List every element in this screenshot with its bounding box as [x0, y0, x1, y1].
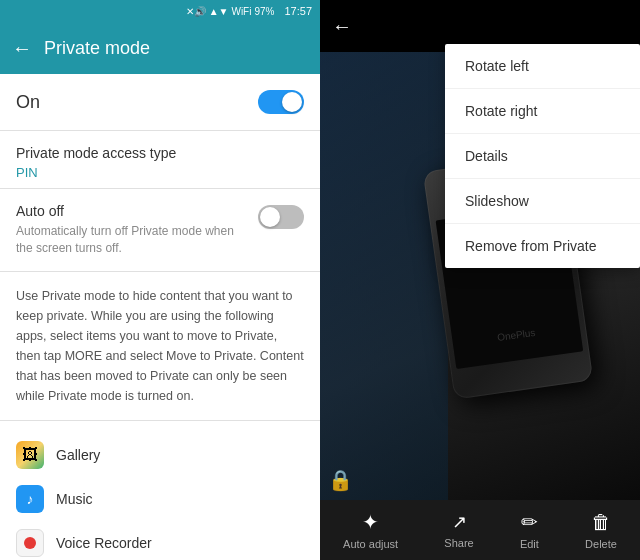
music-label: Music — [56, 491, 93, 507]
auto-adjust-label: Auto adjust — [343, 538, 398, 550]
edit-label: Edit — [520, 538, 539, 550]
battery-text: 97% — [254, 6, 274, 17]
auto-off-text: Auto off Automatically turn off Private … — [16, 203, 246, 257]
status-icons: ✕🔊 ▲▼ WiFi 97% — [186, 6, 275, 17]
access-type-section: Private mode access type PIN — [0, 131, 320, 189]
edit-icon: ✏ — [521, 510, 538, 534]
status-bar: ✕🔊 ▲▼ WiFi 97% 17:57 — [0, 0, 320, 22]
mute-icon: ✕🔊 — [186, 6, 206, 17]
share-icon: ↗ — [452, 511, 467, 533]
auto-adjust-button[interactable]: ✦ Auto adjust — [343, 510, 398, 550]
auto-adjust-icon: ✦ — [362, 510, 379, 534]
right-back-button[interactable]: ← — [332, 15, 352, 38]
delete-label: Delete — [585, 538, 617, 550]
details-option[interactable]: Details — [445, 134, 640, 179]
on-toggle-row: On — [0, 74, 320, 131]
voice-recorder-label: Voice Recorder — [56, 535, 152, 551]
edit-button[interactable]: ✏ Edit — [520, 510, 539, 550]
on-toggle-switch[interactable] — [258, 90, 304, 114]
back-button[interactable]: ← — [12, 37, 32, 60]
left-panel: ✕🔊 ▲▼ WiFi 97% 17:57 ← Private mode On P… — [0, 0, 320, 560]
list-item: 🖼 Gallery — [16, 433, 304, 477]
header: ← Private mode — [0, 22, 320, 74]
auto-off-row: Auto off Automatically turn off Private … — [0, 189, 320, 272]
voice-recorder-icon — [16, 529, 44, 557]
access-type-title: Private mode access type — [16, 145, 304, 161]
lock-icon: 🔒 — [328, 468, 353, 492]
description-text: Use Private mode to hide content that yo… — [0, 272, 320, 421]
content-area: On Private mode access type PIN Auto off… — [0, 74, 320, 560]
auto-off-desc: Automatically turn off Private mode when… — [16, 223, 246, 257]
delete-icon: 🗑 — [591, 511, 611, 534]
rotate-right-option[interactable]: Rotate right — [445, 89, 640, 134]
apps-list: 🖼 Gallery ♪ Music Voice Recorder 📁 My Fi… — [0, 421, 320, 560]
list-item: ♪ Music — [16, 477, 304, 521]
slideshow-option[interactable]: Slideshow — [445, 179, 640, 224]
share-button[interactable]: ↗ Share — [444, 511, 473, 549]
toggle-label: On — [16, 92, 40, 113]
rotate-left-option[interactable]: Rotate left — [445, 44, 640, 89]
access-type-value[interactable]: PIN — [16, 165, 304, 180]
share-label: Share — [444, 537, 473, 549]
right-panel: ← Rotate left Rotate right Details Slide… — [320, 0, 640, 560]
gallery-icon: 🖼 — [16, 441, 44, 469]
signal-icon: ▲▼ — [209, 6, 229, 17]
auto-off-title: Auto off — [16, 203, 246, 219]
gallery-label: Gallery — [56, 447, 100, 463]
bottom-action-bar: ✦ Auto adjust ↗ Share ✏ Edit 🗑 Delete — [320, 500, 640, 560]
list-item: Voice Recorder — [16, 521, 304, 560]
dropdown-menu: Rotate left Rotate right Details Slidesh… — [445, 44, 640, 268]
wifi-icon: WiFi — [231, 6, 251, 17]
delete-button[interactable]: 🗑 Delete — [585, 511, 617, 550]
music-icon: ♪ — [16, 485, 44, 513]
auto-off-toggle[interactable] — [258, 205, 304, 229]
remove-from-private-option[interactable]: Remove from Private — [445, 224, 640, 268]
page-title: Private mode — [44, 38, 150, 59]
time: 17:57 — [284, 5, 312, 17]
